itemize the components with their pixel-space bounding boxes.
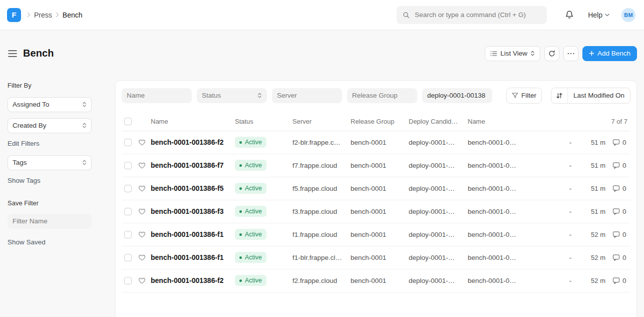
comments-cell[interactable]: 0 (607, 139, 630, 146)
status-label: Active (245, 254, 262, 261)
comments-cell[interactable]: 0 (607, 208, 630, 215)
row-checkbox[interactable] (124, 185, 132, 192)
filter-sidebar: Filter By Assigned To Created By Edit Fi… (0, 80, 115, 317)
search-input[interactable] (414, 11, 541, 19)
filter-button[interactable]: Filter (506, 88, 542, 104)
show-tags-link[interactable]: Show Tags (8, 177, 41, 184)
breadcrumb-bench[interactable]: Bench (63, 11, 83, 19)
status-label: Active (245, 185, 262, 192)
created-by-dropdown[interactable]: Created By (8, 118, 92, 133)
frappe-logo[interactable]: F (7, 8, 21, 22)
comments-cell[interactable]: 0 (607, 254, 630, 261)
bench-name-link[interactable]: bench-0001-001386-f5 (151, 184, 235, 192)
table-header: Name Status Server Release Group Deploy … (122, 113, 630, 131)
table-row[interactable]: bench-0001-001386-f1 Active f1-blr.frapp… (122, 246, 630, 269)
deploy-candidate-cell: deploy-0001-… (409, 208, 468, 215)
table-row[interactable]: bench-0001-001386-f2 Active f2-blr.frapp… (122, 131, 630, 154)
server-filter-input[interactable] (272, 88, 342, 103)
tags-dropdown[interactable]: Tags (8, 155, 92, 170)
sort-field-select[interactable]: Last Modified On (568, 88, 630, 103)
save-filter-label: Save Filter (8, 199, 92, 207)
row-checkbox[interactable] (124, 162, 132, 169)
bench-name-link[interactable]: bench-0001-001386-f7 (151, 161, 235, 169)
edit-filters-link[interactable]: Edit Filters (8, 140, 40, 147)
add-bench-button[interactable]: Add Bench (582, 46, 637, 61)
table-row[interactable]: bench-0001-001386-f7 Active f7.frappe.cl… (122, 154, 630, 177)
bench-name-link[interactable]: bench-0001-001386-f2 (151, 276, 235, 284)
breadcrumb: Press Bench (27, 11, 83, 19)
view-switcher-button[interactable]: List View (485, 46, 540, 61)
row-checkbox[interactable] (124, 208, 132, 215)
bench-name-link[interactable]: bench-0001-001386-f2 (151, 138, 235, 146)
sidebar-toggle-icon[interactable] (8, 50, 17, 57)
comments-cell[interactable]: 0 (607, 162, 630, 169)
deploy-candidate-filter-input[interactable]: deploy-0001-00138 (422, 88, 492, 103)
chevron-right-icon (56, 12, 59, 18)
chevron-up-down-icon (257, 92, 262, 99)
sort-control: Last Modified On (551, 88, 630, 104)
column-header-server: Server (292, 118, 351, 125)
name2-cell: bench-0001-0… (468, 277, 561, 284)
row-checkbox[interactable] (124, 277, 132, 284)
status-badge: Active (235, 206, 266, 217)
assigned-to-dropdown[interactable]: Assigned To (8, 97, 92, 112)
spacer (8, 229, 92, 238)
status-dot-icon (239, 164, 242, 167)
row-checkbox[interactable] (124, 231, 132, 238)
status-label: Active (245, 208, 262, 215)
comments-cell[interactable]: 0 (607, 277, 630, 284)
heart-icon[interactable] (138, 208, 151, 215)
status-label: Active (245, 231, 262, 238)
more-options-button[interactable]: ⋯ (563, 46, 578, 61)
user-avatar[interactable]: BM (621, 8, 635, 22)
heart-icon[interactable] (138, 162, 151, 169)
name2-cell: bench-0001-0… (468, 162, 561, 169)
sort-direction-button[interactable] (551, 88, 568, 103)
status-filter-select[interactable]: Status (197, 88, 267, 103)
row-checkbox[interactable] (124, 139, 132, 146)
status-badge: Active (235, 160, 266, 171)
select-all-checkbox[interactable] (124, 118, 132, 125)
comment-icon (612, 254, 620, 261)
release-group-cell: bench-0001 (351, 185, 409, 192)
show-saved-link[interactable]: Show Saved (8, 238, 46, 246)
command-palette-search[interactable] (397, 6, 547, 24)
app-root: F Press Bench Help BM (0, 0, 644, 317)
refresh-button[interactable] (544, 46, 559, 61)
status-cell: Active (235, 229, 292, 240)
status-dot-icon (239, 141, 242, 144)
filter-bar-right: Filter Last Modified On (506, 88, 630, 104)
bench-name-link[interactable]: bench-0001-001386-f1 (151, 253, 235, 261)
heart-icon[interactable] (138, 277, 151, 284)
plus-icon (589, 51, 594, 56)
filter-name-input[interactable] (8, 214, 92, 229)
comments-cell[interactable]: 0 (607, 231, 630, 238)
table-row[interactable]: bench-0001-001386-f2 Active f2.frappe.cl… (122, 269, 630, 292)
breadcrumb-press[interactable]: Press (34, 11, 52, 19)
bench-name-link[interactable]: bench-0001-001386-f3 (151, 207, 235, 215)
comments-cell[interactable]: 0 (607, 185, 630, 192)
name2-cell: bench-0001-0… (468, 231, 561, 238)
row-checkbox[interactable] (124, 254, 132, 261)
table-row[interactable]: bench-0001-001386-f3 Active f3.frappe.cl… (122, 200, 630, 223)
created-by-label: Created By (13, 122, 47, 129)
release-group-cell: bench-0001 (351, 208, 409, 215)
heart-icon[interactable] (138, 231, 151, 238)
status-cell: Active (235, 206, 292, 217)
name2-cell: bench-0001-0… (468, 139, 561, 146)
name-filter-input[interactable] (122, 88, 192, 103)
deploy-candidate-cell: deploy-0001-… (409, 185, 468, 192)
dash-cell: - (561, 185, 579, 192)
help-menu[interactable]: Help (588, 11, 609, 19)
table-row[interactable]: bench-0001-001386-f1 Active f1.frappe.cl… (122, 223, 630, 246)
heart-icon[interactable] (138, 185, 151, 192)
server-cell: f2-blr.frappe.c… (292, 139, 351, 146)
assigned-to-label: Assigned To (13, 101, 49, 108)
heart-icon[interactable] (138, 254, 151, 261)
bench-name-link[interactable]: bench-0001-001386-f1 (151, 230, 235, 238)
notifications-bell-icon[interactable] (565, 10, 574, 20)
status-dot-icon (239, 256, 242, 259)
release-group-filter-input[interactable] (347, 88, 417, 103)
table-row[interactable]: bench-0001-001386-f5 Active f5.frappe.cl… (122, 177, 630, 200)
heart-icon[interactable] (138, 139, 151, 146)
